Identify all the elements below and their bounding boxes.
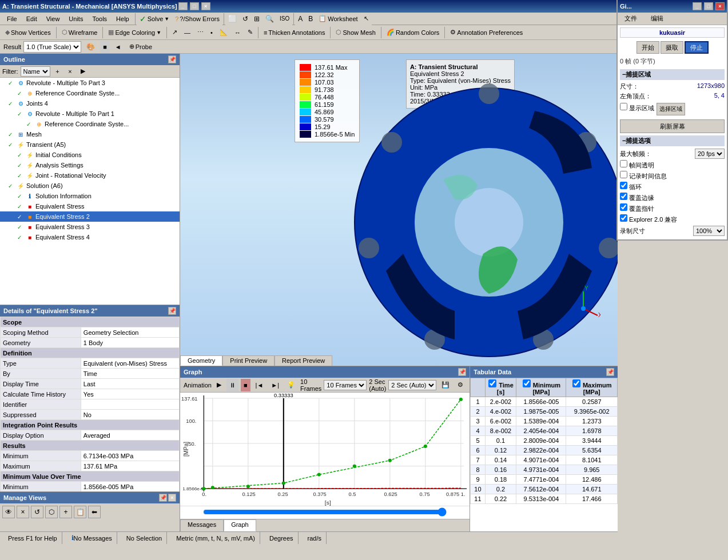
tree-item-analsettings[interactable]: ✓ ⚡ Analysis Settings xyxy=(0,160,180,170)
transparent-checkbox[interactable] xyxy=(620,160,627,167)
tb-arrow[interactable]: ↗ xyxy=(169,26,180,39)
anim-step-back-btn[interactable]: |◄ xyxy=(253,379,266,391)
random-colors-button[interactable]: 🌈 Random Colors xyxy=(384,26,442,39)
edge-coloring-button[interactable]: ▦ Edge Coloring ▼ xyxy=(105,26,164,39)
anim-settings-btn[interactable]: ⚙ xyxy=(455,379,466,391)
recorder-minimize[interactable]: _ xyxy=(693,2,702,10)
tab-report-preview[interactable]: Report Preview xyxy=(275,355,332,366)
maximize-button[interactable]: □ xyxy=(190,2,199,10)
details-pin[interactable]: 📌 xyxy=(168,307,176,315)
tree-item-initcond[interactable]: ✓ ⚡ Initial Conditions xyxy=(0,150,180,160)
tab-messages[interactable]: Messages xyxy=(180,519,224,531)
extract-button[interactable]: 摄取 xyxy=(661,41,683,54)
recorder-menu-edit[interactable]: 编辑 xyxy=(646,13,668,24)
close-button[interactable]: × xyxy=(201,2,210,10)
toolbar-btn-3[interactable]: ⊞ xyxy=(251,13,262,25)
col-time-check[interactable] xyxy=(488,379,497,387)
outline-pin[interactable]: 📌 xyxy=(168,55,176,63)
anim-play-btn[interactable]: ▶ xyxy=(214,379,224,391)
wireframe-button[interactable]: ⬡ Wireframe xyxy=(59,26,101,39)
frames-select[interactable]: 10 Frames xyxy=(324,380,367,390)
refresh-screen-button[interactable]: 刷新屏幕 xyxy=(620,119,725,133)
result-select[interactable]: 1.0 (True Scale) xyxy=(23,41,81,53)
menu-tools[interactable]: Tools xyxy=(87,14,112,23)
toolbar-cursor[interactable]: ↖ xyxy=(361,13,372,25)
manage-view-btn2[interactable]: × xyxy=(17,506,29,518)
graph-pin[interactable]: 📌 xyxy=(458,368,466,376)
time-slider[interactable] xyxy=(203,507,447,517)
filter-clear-btn[interactable]: × xyxy=(65,66,75,77)
result-probe-btn[interactable]: ⊕ Probe xyxy=(126,41,155,53)
tree-item-mesh[interactable]: ✓ ⊞ Mesh xyxy=(0,129,180,139)
tb-measure[interactable]: 📐 xyxy=(217,26,230,39)
tree-item-joints4[interactable]: ✓ ⚙ Joints 4 xyxy=(0,98,180,109)
show-vertices-button[interactable]: ◆ Show Vertices xyxy=(2,26,54,39)
tree-item-solution[interactable]: ✓ ⚡ Solution (A6) xyxy=(0,181,180,191)
tree-item-solinfo[interactable]: ✓ ℹ Solution Information xyxy=(0,191,180,201)
toolbar-btn-5[interactable]: ISO xyxy=(277,13,292,25)
recordtime-checkbox[interactable] xyxy=(620,171,627,178)
tb-ann[interactable]: ✎ xyxy=(245,26,256,39)
anim-pause-btn[interactable]: ⏸ xyxy=(226,379,238,391)
toolbar-btn-1[interactable]: ⬜ xyxy=(225,13,240,25)
manage-view-btn5[interactable]: + xyxy=(59,506,72,518)
explorer-checkbox[interactable] xyxy=(620,214,627,222)
toolbar-btn-8[interactable]: 📋 Worksheet xyxy=(316,13,360,25)
col-min-check[interactable] xyxy=(522,379,531,387)
duration-select[interactable]: 2 Sec (Auto) xyxy=(388,380,436,390)
toolbar-btn-7[interactable]: B xyxy=(305,13,316,25)
tree-item-eqstress3[interactable]: ✓ ■ Equivalent Stress 3 xyxy=(0,222,180,232)
manage-view-btn3[interactable]: ↺ xyxy=(31,506,43,518)
manage-view-btn4[interactable]: ⬡ xyxy=(45,506,58,518)
tabular-pin[interactable]: 📌 xyxy=(606,368,614,376)
tree-item-refcoord2[interactable]: ✓ ⊕ Reference Coordinate Syste... xyxy=(0,119,180,129)
tree-item-eqstress4[interactable]: ✓ ■ Equivalent Stress 4 xyxy=(0,232,180,242)
minimize-button[interactable]: _ xyxy=(178,2,188,10)
menu-view[interactable]: View xyxy=(42,14,65,23)
tab-geometry[interactable]: Geometry xyxy=(180,355,222,366)
tab-print-preview[interactable]: Print Preview xyxy=(222,355,275,366)
annotation-prefs-button[interactable]: ⚙ Annotation Preferences xyxy=(447,26,526,39)
result-type-btn[interactable]: 🎨 xyxy=(83,41,98,53)
recorder-close[interactable]: × xyxy=(715,2,725,10)
tb-dot[interactable]: • xyxy=(208,26,216,39)
manage-views-close[interactable]: × xyxy=(168,494,176,502)
anim-stop-btn[interactable]: ■ xyxy=(241,379,250,391)
menu-edit[interactable]: Edit xyxy=(22,14,42,23)
result-color-btn[interactable]: ■ xyxy=(100,41,110,53)
stop-button[interactable]: 停止 xyxy=(685,41,709,54)
manage-view-btn6[interactable]: 📋 xyxy=(74,506,86,518)
tb-dash[interactable]: ⋯ xyxy=(194,26,206,39)
tb-line[interactable]: — xyxy=(181,26,193,39)
tree-item-ref-coord1[interactable]: ✓ ⊕ Reference Coordinate Syste... xyxy=(0,88,180,98)
tb-dim[interactable]: ↔ xyxy=(232,26,244,39)
tree-item-revolute1[interactable]: ✓ ⚙ Revolute - Multiple To Part 1 xyxy=(0,109,180,119)
manage-view-btn1[interactable]: 👁 xyxy=(2,506,15,518)
start-button[interactable]: 开始 xyxy=(636,41,659,54)
tree-item-revolute3[interactable]: ✓ ⚙ Revolute - Multiple To Part 3 xyxy=(0,78,180,88)
tree-item-velocity[interactable]: ✓ ⚡ Joint - Rotational Velocity xyxy=(0,170,180,181)
recorder-menu-file[interactable]: 文件 xyxy=(620,13,642,24)
graph-slider[interactable] xyxy=(180,506,470,519)
tree-item-eqstress2[interactable]: ✓ ■ Equivalent Stress 2 xyxy=(0,211,180,222)
select-region-button[interactable]: 选择区域 xyxy=(657,103,685,115)
toolbar-btn-2[interactable]: ↺ xyxy=(240,13,251,25)
menu-units[interactable]: Units xyxy=(64,14,87,23)
menu-help[interactable]: Help xyxy=(112,14,134,23)
filter-add-btn[interactable]: + xyxy=(53,66,63,77)
recorder-maximize[interactable]: □ xyxy=(704,2,713,10)
manage-view-btn7[interactable]: ⬅ xyxy=(88,506,101,518)
record-size-select[interactable]: 100% xyxy=(693,226,725,236)
filter-expand-btn[interactable]: ▶ xyxy=(78,66,88,77)
show-region-checkbox[interactable] xyxy=(620,103,627,110)
menu-file[interactable]: File xyxy=(2,14,22,23)
thicken-annotations-button[interactable]: ≡ Thicken Annotations xyxy=(261,26,328,39)
filter-type-select[interactable]: Name xyxy=(21,66,50,77)
manage-views-pin[interactable]: 📌 xyxy=(159,494,167,502)
viewport-3d[interactable]: A: Transient Structural Equivalent Stres… xyxy=(180,54,618,366)
tree-item-eqstress1[interactable]: ✓ ■ Equivalent Stress xyxy=(0,201,180,211)
anim-light-btn[interactable]: 💡 xyxy=(284,379,298,391)
fps-select[interactable]: 20 fps xyxy=(695,149,725,159)
anim-export-btn[interactable]: 💾 xyxy=(439,379,452,391)
show-errors-button[interactable]: ? ?/Show Errors xyxy=(172,13,222,25)
